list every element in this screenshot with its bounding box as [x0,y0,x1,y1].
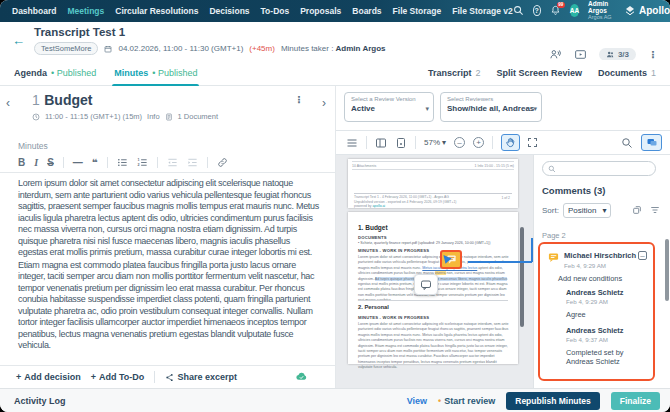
republish-minutes-button[interactable]: Republish Minutes [506,392,600,410]
pdf-section-divider [358,300,508,301]
comment-text: Agree [566,310,586,319]
link-button[interactable] [217,157,228,168]
zoom-out-button[interactable]: – [454,137,465,148]
pdf-scrollbar[interactable] [520,227,524,327]
nav-item-circular-resolutions[interactable]: Circular Resolutions [115,6,198,16]
split-screen-review-panel: Select a Review Version Active ▾ Select … [336,86,670,388]
agenda-item-info-link[interactable]: Info [147,112,160,121]
chevron-down-icon: ▾ [442,138,446,147]
zoom-in-button[interactable]: + [473,137,484,148]
horizontal-rule-button[interactable]: — [73,157,83,168]
reviewers-select[interactable]: Select Reviewers Show/hide all, Andreas … [440,92,542,122]
prev-agenda-item-chevron[interactable]: ‹ [6,96,10,110]
hand-tool-button[interactable] [501,134,520,151]
minutes-editor-panel: ‹ › ⋮ 1 Budget 11:00 - 11:15 (GMT+1) (15… [0,86,336,388]
nav-item-boards[interactable]: Boards [352,6,381,16]
start-review-link[interactable]: • Start review [438,396,495,406]
collapse-thread-button[interactable]: – [638,251,647,260]
menu-icon[interactable] [346,137,358,149]
agenda-item-heading: 1 Budget [32,91,92,109]
minutes-text-editor[interactable]: Lorem ipsum dolor sit amet consectetur a… [18,178,320,353]
plus-icon: + [16,372,21,382]
agenda-item-meta: 11:00 - 11:15 (GMT+1) (15m) Info 1 Docum… [32,112,218,121]
next-agenda-item-chevron[interactable]: › [322,96,326,110]
pdf-search-icon[interactable] [621,137,633,149]
export-comments-icon[interactable] [632,205,642,215]
bold-button[interactable]: B [18,157,25,168]
activity-log-link[interactable]: Activity Log [14,396,66,406]
header-more-menu[interactable]: ⋮ [648,49,658,60]
nav-item-decisions[interactable]: Decisions [209,6,249,16]
sort-select[interactable]: Position ▾ [563,203,611,218]
pdf-subheading: MINUTES - WORK IN PROGRESS [358,248,429,253]
comments-search-input[interactable] [542,161,656,176]
add-todo-button[interactable]: + Add To-Do [91,372,145,382]
sort-label: Sort: [542,206,559,215]
finalize-button[interactable]: Finalize [611,392,660,410]
comments-scrollbar[interactable] [665,239,669,301]
add-decision-button[interactable]: + Add decision [16,372,81,382]
search-icon[interactable] [513,5,524,16]
agenda-item-title: Budget [44,92,92,108]
comments-page-label: Page 2 [542,231,566,240]
view-link[interactable]: View [407,396,427,406]
tab-split-screen-review[interactable]: Split Screen Review [496,60,582,86]
toolbar-divider [107,157,108,168]
comment-text: Completed set by Andreas Schietz [566,348,652,366]
avatar[interactable]: AA [570,4,579,17]
tab-minutes[interactable]: Minutes • Published [114,60,197,86]
user-info[interactable]: Admin Argos Argos AG [588,1,615,20]
sidebar-panel-icon[interactable] [375,137,387,149]
chevron-down-icon: ▾ [425,105,429,113]
highlighted-comment-thread[interactable]: Michael Hirschbrich – Feb 4, 9:29 AM Add… [538,242,655,381]
tab-transcript[interactable]: Transcript2 [428,60,481,86]
richtext-toolbar: B I S — ❝ 12 [0,152,335,173]
nav-items: Dashboard Meetings Circular Resolutions … [0,6,513,16]
pdf-subheading: DOCUMENTS [358,235,387,240]
nav-item-file-storage-v2[interactable]: File Storage v2 [452,6,512,16]
blockquote-button[interactable]: ❝ [92,157,98,168]
tab-documents[interactable]: Documents1 [598,60,656,86]
page-view-icon[interactable] [395,137,407,149]
meeting-datetime: 04.02.2026, 11:00 - 11:30 (GMT+1) [118,44,243,53]
apollo-logo-icon [624,5,636,17]
indent-button[interactable] [187,157,198,168]
numbered-list-button[interactable]: 12 [137,157,148,168]
italic-button[interactable]: I [34,157,38,168]
tab-agenda[interactable]: Agenda • Published [14,60,96,86]
plus-icon: + [91,372,96,382]
back-button[interactable]: ← [12,33,25,48]
pdf-body-text: Lorem ipsum dolor sit amet consectetur a… [358,322,510,371]
marquee-select-tool[interactable] [528,138,537,147]
filter-icon[interactable] [650,205,660,215]
zoom-level-select[interactable]: 57% ▾ [424,138,446,147]
comments-toggle-button[interactable] [641,134,662,151]
nav-item-dashboard[interactable]: Dashboard [12,6,56,16]
meeting-tag[interactable]: TestSomeMore [34,42,98,55]
nav-item-meetings[interactable]: Meetings [67,6,104,16]
meeting-overtime: (+45m) [249,44,275,53]
agenda-item-documents-link[interactable]: 1 Document [178,112,218,121]
agenda-item-more-menu[interactable]: ⋮ [294,94,304,105]
minutes-taker: Minutes taker : Admin Argos [281,44,386,53]
toolbar-divider [492,136,493,149]
clock-icon [32,113,40,121]
review-version-select[interactable]: Select a Review Version Active ▾ [344,92,434,122]
participants-count: 3/3 [618,50,629,59]
pdf-footer-line: Unpublished version - exported on 4 Febr… [354,200,456,204]
add-comment-floating-button[interactable] [414,274,438,295]
pdf-footer-line: Transcript Test 1 - 4 February 2026, 11:… [354,195,449,199]
comments-panel: Comments (3) Sort: Position ▾ Page 2 [533,155,670,388]
nav-item-proposals[interactable]: Proposals [300,6,341,16]
pdf-viewer[interactable]: 10 Attachments 1 Info 15:00 - 15:15 (5 m… [336,155,533,388]
nav-item-todos[interactable]: To-Dos [261,6,290,16]
share-excerpt-button[interactable]: Share excerpt [165,372,237,382]
bullet-list-button[interactable] [117,157,128,168]
calendar-icon [104,45,112,53]
chevron-down-icon: ▾ [602,206,606,215]
strikethrough-button[interactable]: S [47,157,54,168]
help-icon[interactable]: ? [533,5,541,16]
nav-item-file-storage[interactable]: File Storage [393,6,442,16]
notifications-bell-icon[interactable]: 99 [550,5,561,16]
outdent-button[interactable] [167,157,178,168]
